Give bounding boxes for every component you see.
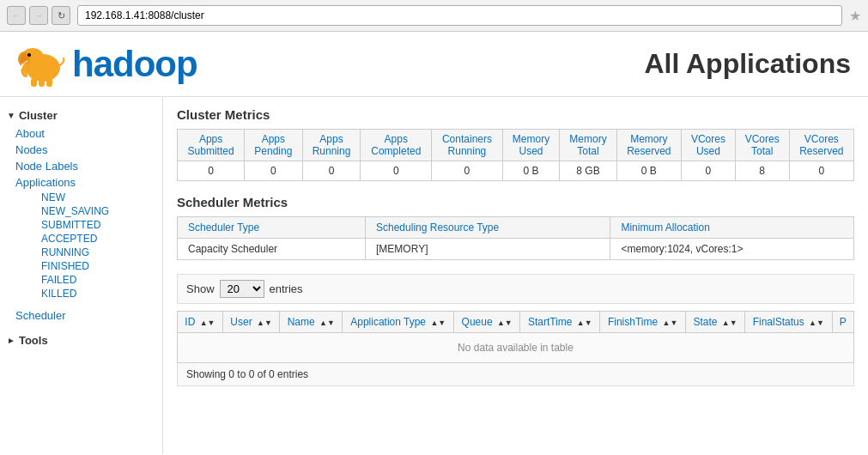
address-bar[interactable] <box>77 5 842 26</box>
sidebar-link-scheduler[interactable]: Scheduler <box>15 307 155 324</box>
showing-entries: Showing 0 to 0 of 0 entries <box>177 363 854 386</box>
nav-buttons: ← → ↻ <box>7 6 70 25</box>
col-apps-pending: AppsPending <box>245 130 302 161</box>
tools-section-header[interactable]: ► Tools <box>0 331 162 350</box>
page-title: All Applications <box>644 48 851 80</box>
val-apps-running: 0 <box>302 161 361 181</box>
cluster-arrow-icon: ▼ <box>7 111 15 120</box>
sidebar-link-new-saving[interactable]: NEW_SAVING <box>41 204 149 218</box>
tools-arrow-icon: ► <box>7 336 15 345</box>
page: hadoop All Applications ▼ Cluster About … <box>0 32 868 454</box>
cluster-label: Cluster <box>19 109 58 122</box>
val-vcores-used: 0 <box>682 161 736 181</box>
val-memory-total: 8 GB <box>560 161 616 181</box>
col-memory-used: MemoryUsed <box>502 130 559 161</box>
scheduler-metrics-title: Scheduler Metrics <box>177 195 854 209</box>
sidebar-link-accepted[interactable]: ACCEPTED <box>41 232 149 246</box>
state-sort-icon: ▲▼ <box>722 318 737 327</box>
bookmark-icon[interactable]: ★ <box>849 8 861 24</box>
header: hadoop All Applications <box>0 32 868 97</box>
sched-val-resource: [MEMORY] <box>366 239 610 260</box>
apps-col-start-time[interactable]: StartTime ▲▼ <box>520 312 600 333</box>
final-status-sort-icon: ▲▼ <box>809 318 824 327</box>
sidebar-link-failed[interactable]: FAILED <box>41 273 149 287</box>
sidebar-link-running[interactable]: RUNNING <box>41 246 149 259</box>
show-label: Show <box>186 282 215 295</box>
cluster-metrics-table: AppsSubmitted AppsPending AppsRunning Ap… <box>177 129 854 181</box>
sidebar-link-killed[interactable]: KILLED <box>41 287 149 300</box>
back-button[interactable]: ← <box>7 6 26 25</box>
refresh-button[interactable]: ↻ <box>52 6 70 25</box>
sidebar-link-applications[interactable]: Applications <box>15 174 155 191</box>
val-memory-used: 0 B <box>502 161 559 181</box>
apps-col-id[interactable]: ID ▲▼ <box>178 312 223 333</box>
scheduler-row: Capacity Scheduler [MEMORY] <memory:1024… <box>178 239 854 260</box>
col-apps-submitted: AppsSubmitted <box>178 130 245 161</box>
col-memory-reserved: MemoryReserved <box>616 130 681 161</box>
cluster-section-header[interactable]: ▼ Cluster <box>0 106 162 125</box>
entries-select[interactable]: 10 20 50 100 <box>220 280 264 298</box>
cluster-section: ▼ Cluster About Nodes Node Labels Applic… <box>0 106 162 324</box>
sched-col-type: Scheduler Type <box>178 217 366 239</box>
sched-col-min: Minimum Allocation <box>610 217 854 239</box>
val-apps-submitted: 0 <box>178 161 245 181</box>
cluster-metrics-title: Cluster Metrics <box>177 107 854 122</box>
browser-chrome: ← → ↻ ★ <box>0 0 868 32</box>
cluster-links: About Nodes Node Labels Applications NEW… <box>0 125 162 300</box>
val-vcores-total: 8 <box>735 161 789 181</box>
sidebar-link-new[interactable]: NEW <box>41 191 149 204</box>
hadoop-elephant-logo <box>17 40 69 88</box>
app-type-sort-icon: ▲▼ <box>430 318 446 327</box>
logo-text: hadoop <box>72 44 197 85</box>
forward-button[interactable]: → <box>29 6 48 25</box>
sidebar-link-nodes[interactable]: Nodes <box>15 142 155 158</box>
tools-label: Tools <box>19 334 48 347</box>
val-memory-reserved: 0 B <box>616 161 681 181</box>
sidebar-link-finished[interactable]: FINISHED <box>41 259 149 273</box>
col-memory-total: MemoryTotal <box>560 130 616 161</box>
sidebar-link-submitted[interactable]: SUBMITTED <box>41 218 149 232</box>
name-sort-icon: ▲▼ <box>319 318 335 327</box>
apps-col-finish-time[interactable]: FinishTime ▲▼ <box>600 312 686 333</box>
val-vcores-reserved: 0 <box>789 161 853 181</box>
apps-col-queue[interactable]: Queue ▲▼ <box>454 312 520 333</box>
show-entries-bar: Show 10 20 50 100 entries <box>177 274 854 304</box>
svg-rect-6 <box>46 78 52 87</box>
queue-sort-icon: ▲▼ <box>497 318 513 327</box>
sched-val-type: Capacity Scheduler <box>178 239 366 260</box>
finish-time-sort-icon: ▲▼ <box>662 318 677 327</box>
no-data-cell: No data available in table <box>178 333 854 363</box>
sched-col-resource: Scheduling Resource Type <box>366 217 610 239</box>
val-apps-completed: 0 <box>361 161 432 181</box>
scheduler-link-area: Scheduler <box>0 307 162 324</box>
sched-val-min: <memory:1024, vCores:1> <box>610 239 854 260</box>
main-layout: ▼ Cluster About Nodes Node Labels Applic… <box>0 97 868 454</box>
apps-col-state[interactable]: State ▲▼ <box>685 312 744 333</box>
apps-table: ID ▲▼ User ▲▼ Name ▲▼ Application Type ▲… <box>177 311 854 363</box>
svg-rect-5 <box>39 78 45 87</box>
apps-col-app-type[interactable]: Application Type ▲▼ <box>343 312 454 333</box>
tools-section: ► Tools <box>0 331 162 350</box>
start-time-sort-icon: ▲▼ <box>577 318 592 327</box>
apps-col-user[interactable]: User ▲▼ <box>222 312 279 333</box>
user-sort-icon: ▲▼ <box>257 318 272 327</box>
no-data-row: No data available in table <box>178 333 854 363</box>
val-apps-pending: 0 <box>245 161 302 181</box>
col-containers-running: ContainersRunning <box>432 130 503 161</box>
col-apps-running: AppsRunning <box>302 130 361 161</box>
id-sort-icon: ▲▼ <box>200 318 215 327</box>
svg-point-3 <box>27 53 31 57</box>
svg-rect-4 <box>31 78 37 87</box>
apps-col-progress[interactable]: P <box>832 312 853 333</box>
entries-label: entries <box>270 282 303 295</box>
svg-point-7 <box>21 54 27 64</box>
col-apps-completed: AppsCompleted <box>361 130 432 161</box>
col-vcores-total: VCoresTotal <box>735 130 789 161</box>
app-state-links: NEW NEW_SAVING SUBMITTED ACCEPTED RUNNIN… <box>15 191 155 300</box>
sidebar-link-node-labels[interactable]: Node Labels <box>15 158 155 174</box>
sidebar-link-about[interactable]: About <box>15 125 155 142</box>
apps-col-name[interactable]: Name ▲▼ <box>280 312 343 333</box>
col-vcores-used: VCoresUsed <box>682 130 736 161</box>
scheduler-metrics-table: Scheduler Type Scheduling Resource Type … <box>177 216 854 260</box>
apps-col-final-status[interactable]: FinalStatus ▲▼ <box>745 312 833 333</box>
